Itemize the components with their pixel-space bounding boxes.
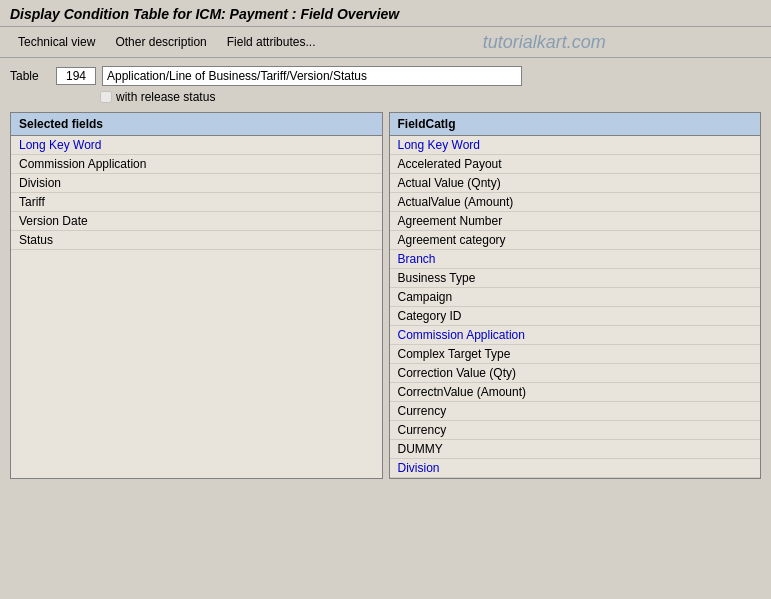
list-item: Commission Application <box>11 155 382 174</box>
menu-field-attributes[interactable]: Field attributes... <box>217 31 326 53</box>
left-panel-header: Selected fields <box>11 113 382 136</box>
left-panel-list: Long Key WordCommission ApplicationDivis… <box>11 136 382 250</box>
list-item[interactable]: Long Key Word <box>11 136 382 155</box>
list-item: Correction Value (Qty) <box>390 364 761 383</box>
list-item[interactable]: Division <box>390 459 761 478</box>
menu-technical-view[interactable]: Technical view <box>8 31 105 53</box>
menu-other-description[interactable]: Other description <box>105 31 216 53</box>
list-item: ActualValue (Amount) <box>390 193 761 212</box>
left-panel: Selected fields Long Key WordCommission … <box>10 112 383 479</box>
list-item[interactable]: Long Key Word <box>390 136 761 155</box>
list-item: Agreement Number <box>390 212 761 231</box>
right-panel-header: FieldCatlg <box>390 113 761 136</box>
list-item: Complex Target Type <box>390 345 761 364</box>
menu-bar: Technical view Other description Field a… <box>0 27 771 58</box>
table-label: Table <box>10 69 50 83</box>
panels-container: Selected fields Long Key WordCommission … <box>10 112 761 479</box>
release-status-checkbox[interactable] <box>100 91 112 103</box>
list-item: Agreement category <box>390 231 761 250</box>
table-value-input[interactable] <box>102 66 522 86</box>
list-item[interactable]: Commission Application <box>390 326 761 345</box>
content-area: Table with release status Selected field… <box>0 58 771 487</box>
list-item: Version Date <box>11 212 382 231</box>
title-bar: Display Condition Table for ICM: Payment… <box>0 0 771 27</box>
list-item: Currency <box>390 421 761 440</box>
list-item: Tariff <box>11 193 382 212</box>
table-number-input[interactable] <box>56 67 96 85</box>
list-item: Status <box>11 231 382 250</box>
list-item: Business Type <box>390 269 761 288</box>
list-item: Currency <box>390 402 761 421</box>
release-status-label: with release status <box>116 90 215 104</box>
list-item: Actual Value (Qnty) <box>390 174 761 193</box>
list-item: Campaign <box>390 288 761 307</box>
list-item: CorrectnValue (Amount) <box>390 383 761 402</box>
watermark: tutorialkart.com <box>483 32 606 53</box>
right-panel-list: Long Key WordAccelerated PayoutActual Va… <box>390 136 761 478</box>
list-item: Division <box>11 174 382 193</box>
list-item[interactable]: Branch <box>390 250 761 269</box>
table-row: Table <box>10 66 761 86</box>
list-item: Accelerated Payout <box>390 155 761 174</box>
right-panel: FieldCatlg Long Key WordAccelerated Payo… <box>389 112 762 479</box>
list-item: DUMMY <box>390 440 761 459</box>
checkbox-row: with release status <box>100 90 761 104</box>
list-item: Category ID <box>390 307 761 326</box>
page-title: Display Condition Table for ICM: Payment… <box>10 6 761 22</box>
